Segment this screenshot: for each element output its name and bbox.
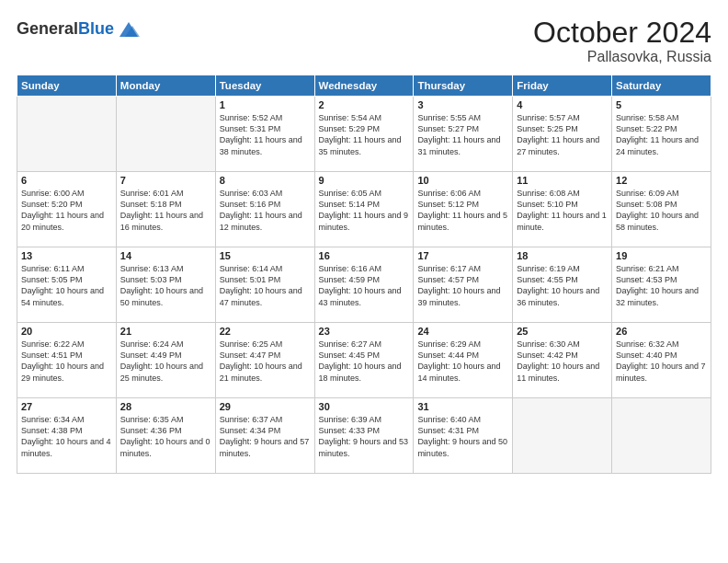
calendar-week-5: 27Sunrise: 6:34 AMSunset: 4:38 PMDayligh…	[17, 398, 711, 474]
day-number: 15	[220, 250, 311, 261]
calendar-cell: 23Sunrise: 6:27 AMSunset: 4:45 PMDayligh…	[314, 323, 414, 398]
day-number: 9	[319, 175, 410, 186]
day-info: Sunrise: 6:24 AMSunset: 4:49 PMDaylight:…	[120, 339, 211, 384]
day-info: Sunrise: 6:16 AMSunset: 4:59 PMDaylight:…	[319, 263, 410, 308]
day-number: 8	[220, 175, 311, 186]
day-info: Sunrise: 6:14 AMSunset: 5:01 PMDaylight:…	[220, 263, 311, 308]
day-number: 19	[616, 250, 707, 261]
day-info: Sunrise: 6:30 AMSunset: 4:42 PMDaylight:…	[517, 339, 608, 384]
logo-blue-text: Blue	[78, 19, 114, 38]
calendar-cell: 17Sunrise: 6:17 AMSunset: 4:57 PMDayligh…	[414, 247, 513, 323]
day-info: Sunrise: 6:39 AMSunset: 4:33 PMDaylight:…	[319, 414, 410, 459]
calendar-cell: 4Sunrise: 5:57 AMSunset: 5:25 PMDaylight…	[513, 97, 612, 172]
day-number: 18	[517, 250, 608, 261]
day-number: 27	[21, 401, 112, 412]
calendar-cell: 2Sunrise: 5:54 AMSunset: 5:29 PMDaylight…	[314, 97, 414, 172]
day-info: Sunrise: 6:06 AMSunset: 5:12 PMDaylight:…	[417, 188, 508, 233]
header: GeneralBlue October 2024 Pallasovka, Rus…	[17, 17, 711, 65]
weekday-header-friday: Friday	[513, 75, 612, 97]
day-info: Sunrise: 6:35 AMSunset: 4:36 PMDaylight:…	[120, 414, 211, 459]
day-info: Sunrise: 5:57 AMSunset: 5:25 PMDaylight:…	[517, 112, 608, 157]
logo-general-text: General	[17, 19, 78, 38]
day-number: 30	[319, 401, 410, 412]
day-info: Sunrise: 6:00 AMSunset: 5:20 PMDaylight:…	[21, 188, 112, 233]
day-info: Sunrise: 6:27 AMSunset: 4:45 PMDaylight:…	[319, 339, 410, 384]
day-number: 4	[517, 99, 608, 110]
calendar-cell: 11Sunrise: 6:08 AMSunset: 5:10 PMDayligh…	[513, 172, 612, 247]
day-number: 23	[319, 326, 410, 337]
calendar-cell: 8Sunrise: 6:03 AMSunset: 5:16 PMDaylight…	[215, 172, 314, 247]
day-info: Sunrise: 6:29 AMSunset: 4:44 PMDaylight:…	[417, 339, 508, 384]
calendar-week-1: 1Sunrise: 5:52 AMSunset: 5:31 PMDaylight…	[17, 97, 711, 172]
calendar-cell: 24Sunrise: 6:29 AMSunset: 4:44 PMDayligh…	[414, 323, 513, 398]
day-number: 3	[417, 99, 508, 110]
calendar-week-4: 20Sunrise: 6:22 AMSunset: 4:51 PMDayligh…	[17, 323, 711, 398]
day-info: Sunrise: 6:34 AMSunset: 4:38 PMDaylight:…	[21, 414, 112, 459]
day-number: 6	[21, 175, 112, 186]
day-info: Sunrise: 6:32 AMSunset: 4:40 PMDaylight:…	[616, 339, 707, 384]
day-info: Sunrise: 6:21 AMSunset: 4:53 PMDaylight:…	[616, 263, 707, 308]
calendar-cell: 3Sunrise: 5:55 AMSunset: 5:27 PMDaylight…	[414, 97, 513, 172]
calendar-cell: 1Sunrise: 5:52 AMSunset: 5:31 PMDaylight…	[215, 97, 314, 172]
weekday-header-row: SundayMondayTuesdayWednesdayThursdayFrid…	[17, 75, 711, 97]
day-number: 26	[616, 326, 707, 337]
day-number: 17	[417, 250, 508, 261]
day-number: 25	[517, 326, 608, 337]
day-number: 24	[417, 326, 508, 337]
logo-icon	[116, 17, 142, 42]
day-number: 21	[120, 326, 211, 337]
calendar-cell: 15Sunrise: 6:14 AMSunset: 5:01 PMDayligh…	[215, 247, 314, 323]
day-number: 7	[120, 175, 211, 186]
calendar-cell: 22Sunrise: 6:25 AMSunset: 4:47 PMDayligh…	[215, 323, 314, 398]
calendar-cell: 9Sunrise: 6:05 AMSunset: 5:14 PMDaylight…	[314, 172, 414, 247]
weekday-header-tuesday: Tuesday	[215, 75, 314, 97]
day-number: 31	[417, 401, 508, 412]
day-info: Sunrise: 5:58 AMSunset: 5:22 PMDaylight:…	[616, 112, 707, 157]
day-number: 2	[319, 99, 410, 110]
day-number: 1	[220, 99, 311, 110]
logo: GeneralBlue	[17, 17, 142, 42]
calendar-week-3: 13Sunrise: 6:11 AMSunset: 5:05 PMDayligh…	[17, 247, 711, 323]
location-title: Pallasovka, Russia	[533, 49, 711, 65]
calendar-cell: 20Sunrise: 6:22 AMSunset: 4:51 PMDayligh…	[17, 323, 117, 398]
day-info: Sunrise: 6:05 AMSunset: 5:14 PMDaylight:…	[319, 188, 410, 233]
calendar-cell: 21Sunrise: 6:24 AMSunset: 4:49 PMDayligh…	[116, 323, 215, 398]
day-info: Sunrise: 6:40 AMSunset: 4:31 PMDaylight:…	[417, 414, 508, 459]
day-info: Sunrise: 6:11 AMSunset: 5:05 PMDaylight:…	[21, 263, 112, 308]
calendar-cell: 5Sunrise: 5:58 AMSunset: 5:22 PMDaylight…	[612, 97, 711, 172]
calendar-cell: 12Sunrise: 6:09 AMSunset: 5:08 PMDayligh…	[612, 172, 711, 247]
day-number: 22	[220, 326, 311, 337]
calendar-cell: 10Sunrise: 6:06 AMSunset: 5:12 PMDayligh…	[414, 172, 513, 247]
calendar-cell: 13Sunrise: 6:11 AMSunset: 5:05 PMDayligh…	[17, 247, 117, 323]
weekday-header-monday: Monday	[116, 75, 215, 97]
day-number: 20	[21, 326, 112, 337]
day-info: Sunrise: 6:03 AMSunset: 5:16 PMDaylight:…	[220, 188, 311, 233]
day-info: Sunrise: 6:19 AMSunset: 4:55 PMDaylight:…	[517, 263, 608, 308]
month-title: October 2024	[533, 17, 711, 49]
calendar-week-2: 6Sunrise: 6:00 AMSunset: 5:20 PMDaylight…	[17, 172, 711, 247]
calendar-cell: 19Sunrise: 6:21 AMSunset: 4:53 PMDayligh…	[612, 247, 711, 323]
calendar-cell: 7Sunrise: 6:01 AMSunset: 5:18 PMDaylight…	[116, 172, 215, 247]
weekday-header-saturday: Saturday	[612, 75, 711, 97]
weekday-header-thursday: Thursday	[414, 75, 513, 97]
calendar-cell: 28Sunrise: 6:35 AMSunset: 4:36 PMDayligh…	[116, 398, 215, 474]
day-number: 14	[120, 250, 211, 261]
calendar-cell	[116, 97, 215, 172]
calendar-cell: 16Sunrise: 6:16 AMSunset: 4:59 PMDayligh…	[314, 247, 414, 323]
day-info: Sunrise: 5:54 AMSunset: 5:29 PMDaylight:…	[319, 112, 410, 157]
title-block: October 2024 Pallasovka, Russia	[533, 17, 711, 65]
day-info: Sunrise: 6:08 AMSunset: 5:10 PMDaylight:…	[517, 188, 608, 233]
day-number: 5	[616, 99, 707, 110]
calendar-cell	[612, 398, 711, 474]
page: GeneralBlue October 2024 Pallasovka, Rus…	[0, 0, 728, 563]
day-number: 12	[616, 175, 707, 186]
calendar-cell: 14Sunrise: 6:13 AMSunset: 5:03 PMDayligh…	[116, 247, 215, 323]
calendar-cell: 18Sunrise: 6:19 AMSunset: 4:55 PMDayligh…	[513, 247, 612, 323]
day-number: 10	[417, 175, 508, 186]
calendar-cell	[17, 97, 117, 172]
day-info: Sunrise: 6:25 AMSunset: 4:47 PMDaylight:…	[220, 339, 311, 384]
calendar-cell	[513, 398, 612, 474]
calendar-cell: 6Sunrise: 6:00 AMSunset: 5:20 PMDaylight…	[17, 172, 117, 247]
day-info: Sunrise: 6:37 AMSunset: 4:34 PMDaylight:…	[220, 414, 311, 459]
calendar-cell: 26Sunrise: 6:32 AMSunset: 4:40 PMDayligh…	[612, 323, 711, 398]
